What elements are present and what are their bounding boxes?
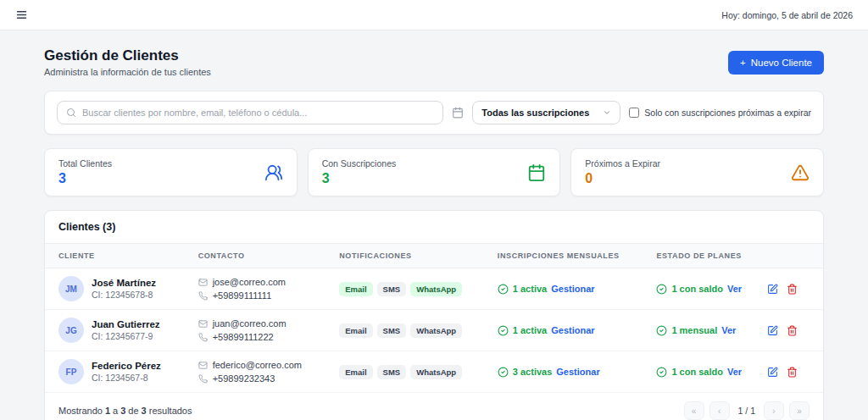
table-row: JG Juan Gutierrez CI: 12345677-9 juan@co… (45, 310, 823, 351)
calendar-icon (527, 163, 546, 182)
client-phone: +59899111222 (213, 332, 274, 342)
badge-sms: SMS (377, 282, 407, 296)
stat-label: Próximos a Expirar (585, 158, 660, 169)
trash-icon (787, 367, 798, 378)
expiring-checkbox[interactable] (629, 108, 639, 118)
clients-table-card: Clientes (3) Cliente Contacto Notificaci… (44, 210, 824, 420)
expiring-filter[interactable]: Solo con suscripciones próximas a expira… (629, 108, 811, 118)
first-page-button[interactable]: « (684, 401, 704, 420)
client-ci: CI: 1234567-8 (92, 373, 161, 383)
stat-card-con-suscripciones: Con Suscripciones 3 (308, 148, 561, 196)
mail-icon (198, 278, 208, 287)
subscription-filter-select[interactable]: Todas las suscripciones (472, 101, 620, 124)
menu-button[interactable] (15, 8, 28, 21)
column-header-estado: Estado de Planes (656, 251, 755, 260)
table-row: FP Federico Pérez CI: 1234567-8 federico… (45, 351, 823, 393)
page-indicator: 1 / 1 (738, 406, 755, 416)
current-date: Hoy: domingo, 5 de abril de 2026 (721, 10, 853, 20)
client-name: Juan Gutierrez (92, 319, 160, 329)
inscriptions-status: 1 activa (513, 284, 547, 294)
client-email: federico@correo.com (213, 360, 302, 370)
summary-text: de (128, 406, 138, 416)
stat-label: Total Clientes (58, 158, 112, 169)
client-ci: CI: 12345677-9 (92, 331, 160, 341)
check-circle-icon (656, 367, 667, 378)
phone-icon (198, 374, 208, 384)
new-client-button[interactable]: + Nuevo Cliente (728, 51, 824, 75)
mail-icon (198, 361, 208, 370)
check-circle-icon (656, 284, 667, 295)
client-email: jose@correo.com (213, 277, 286, 287)
column-header-inscripciones: Inscripciones Mensuales (498, 251, 657, 260)
check-circle-icon (656, 325, 667, 336)
badge-email: Email (339, 323, 372, 338)
client-ci: CI: 12345678-8 (92, 290, 156, 300)
view-link[interactable]: Ver (727, 367, 742, 377)
badge-whatsapp: WhatsApp (410, 323, 462, 338)
page-header: Gestión de Clientes Administra la inform… (44, 47, 824, 77)
search-input[interactable] (82, 108, 434, 118)
hamburger-icon (15, 8, 28, 21)
summary-text: resultados (149, 406, 192, 416)
edit-button[interactable] (767, 367, 778, 378)
delete-button[interactable] (787, 325, 798, 336)
stat-card-total-clientes: Total Clientes 3 (44, 148, 298, 196)
filter-bar: Todas las suscripciones Solo con suscrip… (44, 91, 824, 135)
plans-status: 1 mensual (671, 325, 717, 335)
new-client-label: Nuevo Cliente (751, 58, 812, 68)
column-header-contacto: Contacto (198, 251, 340, 260)
summary-to: 3 (120, 406, 125, 416)
users-icon (264, 163, 283, 182)
table-header-row: Cliente Contacto Notificaciones Inscripc… (45, 243, 823, 268)
edit-icon (767, 367, 778, 378)
view-link[interactable]: Ver (721, 325, 736, 335)
delete-button[interactable] (787, 284, 798, 295)
summary-from: 1 (105, 406, 110, 416)
check-circle-icon (498, 284, 509, 295)
summary-text: Mostrando (58, 406, 103, 416)
inscriptions-status: 1 activa (513, 325, 547, 335)
column-header-notificaciones: Notificaciones (339, 251, 498, 260)
stats-row: Total Clientes 3 Con Suscripciones 3 Pró… (44, 148, 824, 196)
column-header-cliente: Cliente (58, 251, 198, 260)
client-name: Federico Pérez (92, 361, 161, 371)
topbar: Hoy: domingo, 5 de abril de 2026 (0, 0, 868, 30)
manage-link[interactable]: Gestionar (551, 325, 594, 335)
subscription-filter-value: Todas las suscripciones (481, 108, 589, 118)
plans-status: 1 con saldo (671, 367, 723, 377)
pagination: « ‹ 1 / 1 › » (684, 401, 810, 420)
edit-icon (767, 325, 778, 336)
client-name: José Martínez (92, 278, 156, 288)
manage-link[interactable]: Gestionar (556, 367, 599, 377)
inscriptions-status: 3 activas (513, 367, 552, 377)
edit-icon (767, 284, 778, 295)
summary-text: a (113, 406, 118, 416)
plus-icon: + (740, 58, 746, 68)
avatar: JM (58, 276, 84, 301)
badge-sms: SMS (377, 365, 407, 379)
expiring-checkbox-label: Solo con suscripciones próximas a expira… (644, 108, 811, 118)
column-header-actions (755, 251, 810, 260)
manage-link[interactable]: Gestionar (551, 284, 594, 294)
delete-button[interactable] (787, 367, 798, 378)
check-circle-icon (498, 367, 509, 378)
next-page-button[interactable]: › (764, 401, 784, 420)
stat-card-proximos-a-expirar: Próximos a Expirar 0 (570, 148, 824, 196)
stat-value: 0 (585, 171, 660, 186)
view-link[interactable]: Ver (727, 284, 742, 294)
check-circle-icon (498, 325, 509, 336)
last-page-button[interactable]: » (789, 401, 810, 420)
edit-button[interactable] (767, 284, 778, 295)
table-footer: Mostrando 1 a 3 de 3 resultados « ‹ 1 / … (45, 393, 823, 420)
stat-label: Con Suscripciones (322, 158, 397, 169)
mail-icon (198, 319, 208, 329)
phone-icon (198, 291, 208, 301)
edit-button[interactable] (767, 325, 778, 336)
phone-icon (198, 333, 208, 342)
badge-whatsapp: WhatsApp (410, 365, 462, 379)
summary-total: 3 (142, 406, 147, 416)
avatar: JG (58, 318, 84, 343)
stat-value: 3 (322, 171, 397, 186)
prev-page-button[interactable]: ‹ (709, 401, 730, 420)
badge-whatsapp: WhatsApp (410, 282, 462, 296)
